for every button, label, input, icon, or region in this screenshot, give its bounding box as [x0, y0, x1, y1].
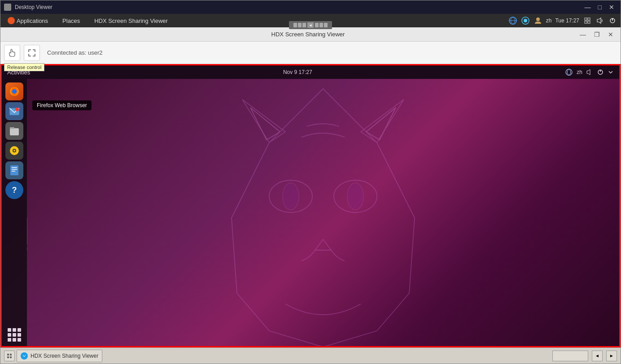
svg-rect-6 — [588, 18, 590, 20]
help-label: ? — [12, 186, 17, 195]
release-control-tooltip: Release control — [4, 63, 44, 71]
app-grid-button[interactable] — [5, 325, 23, 342]
network-icon[interactable] — [508, 16, 517, 25]
svg-marker-38 — [315, 239, 331, 250]
taskbar-end-area: ◄ ► — [552, 351, 617, 361]
tray-datetime: Tue 17:27 — [555, 17, 579, 24]
ubuntu-logo-icon — [8, 17, 15, 24]
inner-titlebar: HDX Screen Sharing Viewer — ❐ ✕ — [0, 27, 621, 42]
fullscreen-button[interactable] — [24, 45, 40, 61]
outer-window-controls: — □ ✕ — [582, 4, 617, 11]
svg-point-51 — [22, 354, 26, 358]
files-icon — [8, 125, 21, 137]
svg-marker-33 — [366, 108, 396, 140]
ubuntu-cat-svg — [27, 79, 619, 346]
taskbar-nav-right[interactable]: ► — [606, 351, 617, 361]
taskbar-hdx-item[interactable]: HDX Screen Sharing Viewer — [17, 350, 102, 362]
ubuntu-wallpaper — [27, 79, 619, 346]
outer-window-title: Desktop Viewer — [15, 4, 52, 10]
bottom-taskbar: HDX Screen Sharing Viewer ◄ ► — [0, 347, 621, 364]
hdx-menu[interactable]: HDX Screen Sharing Viewer — [91, 16, 171, 26]
key-arrow: ◄ — [307, 22, 314, 28]
inner-minimize-button[interactable]: — — [576, 30, 590, 39]
inner-toolbar: Conntected as: user2 Release control — [0, 42, 621, 64]
hdx-icon — [22, 353, 27, 359]
keyboard-shortcut-bar: ◄ — [289, 21, 332, 29]
ubuntu-desktop: Activities Nov 9 17:27 zh — [2, 65, 619, 346]
ubuntu-topbar-right: zh — [565, 68, 614, 76]
taskbar-hdx-icon — [21, 352, 28, 360]
outer-minimize-button[interactable]: — — [582, 4, 594, 11]
remote-desktop-area[interactable]: Activities Nov 9 17:27 zh — [0, 64, 621, 347]
svg-point-3 — [524, 19, 527, 22]
svg-point-4 — [536, 17, 540, 21]
volume-icon[interactable] — [595, 16, 604, 25]
sidebar-help-icon[interactable]: ? — [5, 181, 23, 199]
inner-restore-button[interactable]: ❐ — [590, 30, 604, 39]
places-menu[interactable]: Places — [59, 16, 83, 26]
svg-marker-9 — [597, 18, 601, 23]
svg-rect-20 — [10, 128, 19, 135]
outer-titlebar: Desktop Viewer — □ ✕ — [0, 0, 621, 14]
outer-titlebar-left: Desktop Viewer — [4, 4, 52, 11]
taskbar-preview-area — [552, 351, 588, 361]
power-icon[interactable] — [608, 16, 617, 25]
svg-marker-31 — [361, 100, 404, 143]
taskbar-corner-button[interactable] — [4, 351, 15, 361]
inner-window-controls: — ❐ ✕ — [576, 30, 617, 39]
ubuntu-lang: zh — [577, 69, 582, 75]
control-button[interactable] — [4, 45, 20, 61]
sidebar-files-icon[interactable] — [5, 122, 23, 140]
outer-window: Desktop Viewer — □ ✕ Applications Places… — [0, 0, 621, 364]
outer-maximize-button[interactable]: □ — [595, 4, 604, 11]
svg-point-17 — [12, 89, 17, 94]
remote-desktop-border: Activities Nov 9 17:27 zh — [0, 64, 621, 347]
key-group-right — [315, 23, 328, 27]
svg-marker-29 — [232, 89, 415, 346]
inner-close-button[interactable]: ✕ — [604, 30, 617, 39]
svg-rect-49 — [7, 356, 9, 358]
desktop-viewer-icon — [4, 4, 11, 11]
svg-rect-47 — [7, 354, 9, 355]
svg-rect-50 — [10, 356, 12, 358]
svg-rect-28 — [12, 171, 15, 172]
ubuntu-topbar: Activities Nov 9 17:27 zh — [2, 65, 619, 79]
ubuntu-volume-icon — [586, 69, 593, 76]
svg-marker-13 — [587, 69, 590, 75]
connected-as-text: Conntected as: user2 — [47, 49, 103, 56]
taskbar-hdx-label: HDX Screen Sharing Viewer — [31, 353, 98, 359]
svg-point-24 — [13, 150, 15, 152]
sidebar-music-icon[interactable] — [5, 142, 23, 160]
network-manager-icon[interactable] — [583, 16, 592, 25]
app-grid-icon — [8, 328, 21, 342]
key-dot — [319, 23, 323, 27]
key-dot — [302, 23, 306, 27]
grab-icon — [8, 48, 17, 57]
writer-icon — [8, 164, 21, 177]
svg-marker-32 — [250, 108, 280, 140]
ubuntu-sidebar: Firefox Web Browser — [2, 79, 27, 346]
mail-icon — [8, 105, 21, 117]
tray-lang[interactable]: zh — [546, 17, 552, 24]
user-icon[interactable] — [534, 16, 542, 25]
svg-rect-26 — [12, 167, 17, 168]
ubuntu-network-icon — [565, 68, 573, 76]
applications-menu[interactable]: Applications — [4, 15, 52, 26]
svg-point-19 — [15, 108, 19, 111]
key-dot — [324, 23, 328, 27]
taskbar-corner-icon — [7, 353, 12, 359]
key-dot — [293, 23, 297, 27]
svg-rect-25 — [10, 165, 18, 175]
sidebar-firefox-icon[interactable]: Firefox Web Browser — [5, 82, 23, 100]
outer-close-button[interactable]: ✕ — [606, 4, 617, 11]
key-dot — [298, 23, 302, 27]
sidebar-mail-icon[interactable] — [5, 102, 23, 120]
sidebar-writer-icon[interactable] — [5, 161, 23, 179]
inner-window-container: HDX Screen Sharing Viewer — ❐ ✕ — [0, 27, 621, 347]
system-tray: zh Tue 17:27 — [508, 16, 617, 25]
taskbar-nav-left[interactable]: ◄ — [592, 351, 603, 361]
svg-point-12 — [566, 69, 572, 75]
vpn-icon[interactable] — [521, 16, 530, 25]
svg-point-37 — [347, 183, 363, 210]
ubuntu-menu-arrow — [608, 69, 614, 75]
